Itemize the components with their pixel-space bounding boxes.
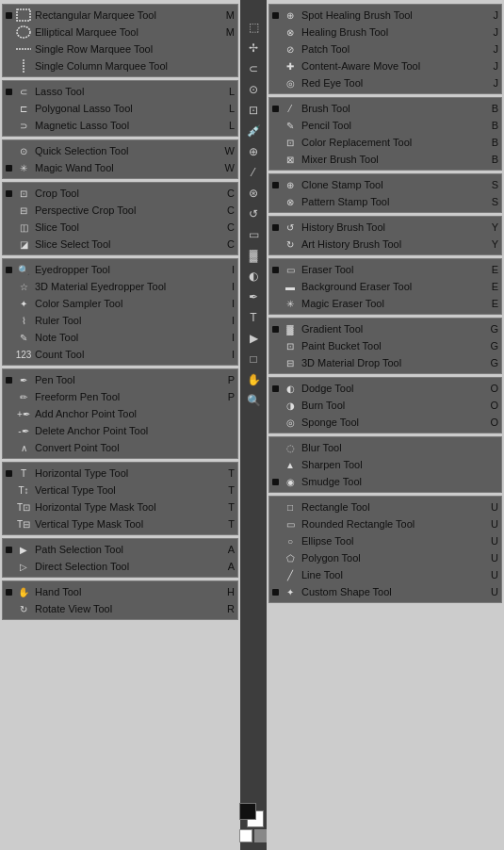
tool-item[interactable]: Rectangular Marquee ToolM <box>6 7 235 24</box>
tool-item[interactable]: ⊡Color Replacement ToolB <box>272 134 498 151</box>
tool-item[interactable]: ↻Art History Brush ToolY <box>272 236 498 253</box>
tool-icon: -✒ <box>15 423 32 438</box>
tool-label: Polygon Tool <box>301 552 484 564</box>
tool-icon: □ <box>282 499 299 515</box>
eraser-tb-icon[interactable]: ▭ <box>242 224 265 245</box>
tool-icon: ⊗ <box>282 194 299 209</box>
tool-item[interactable]: T⊡Horizontal Type Mask ToolT <box>6 499 235 515</box>
tool-shortcut: U <box>487 552 498 564</box>
tool-item[interactable]: -✒Delete Anchor Point Tool <box>6 422 235 439</box>
path-tb-icon[interactable]: ▶ <box>242 328 265 349</box>
tool-item[interactable]: 123Count ToolI <box>6 346 235 363</box>
tool-item[interactable]: ∧Convert Point Tool <box>6 439 235 456</box>
tool-item[interactable]: Single Row Marquee Tool <box>6 41 235 57</box>
tool-item[interactable]: ⊙Quick Selection ToolW <box>6 142 235 159</box>
tool-item[interactable]: Elliptical Marquee ToolM <box>6 24 235 41</box>
tool-item[interactable]: ↻Rotate View ToolR <box>6 600 235 617</box>
standard-mode-icon[interactable] <box>239 829 252 842</box>
tool-item[interactable]: THorizontal Type ToolT <box>6 465 235 482</box>
type-tb-icon[interactable]: T <box>242 307 265 328</box>
tool-item[interactable]: ▭Eraser ToolE <box>272 261 498 278</box>
tool-item[interactable]: ⊘Patch ToolJ <box>272 41 498 57</box>
tool-item[interactable]: ⊟3D Material Drop ToolG <box>272 354 498 371</box>
tool-item[interactable]: ▲Sharpen Tool <box>272 456 498 473</box>
tool-item[interactable]: ✦Custom Shape ToolU <box>272 583 498 600</box>
tool-item[interactable]: ◉Smudge Tool <box>272 473 498 490</box>
tool-item[interactable]: ⊂Lasso ToolL <box>6 83 235 100</box>
tool-item[interactable]: ◐Dodge ToolO <box>272 380 498 397</box>
tool-item[interactable]: ○Ellipse ToolU <box>272 532 498 549</box>
tool-item[interactable]: ⊕Spot Healing Brush ToolJ <box>272 7 498 24</box>
pen-tb-icon[interactable]: ✒ <box>242 286 265 307</box>
foreground-swatch[interactable] <box>239 803 256 820</box>
gradient-tb-icon[interactable]: ▓ <box>242 245 265 266</box>
tool-item[interactable]: ∕Brush ToolB <box>272 100 498 117</box>
tool-item[interactable]: 🔍Eyedropper ToolI <box>6 261 235 278</box>
tool-item[interactable]: ▬Background Eraser ToolE <box>272 278 498 295</box>
tool-item[interactable]: ▶Path Selection ToolA <box>6 541 235 558</box>
tool-group-pen: ✒Pen ToolP✏Freeform Pen ToolP+✒Add Ancho… <box>2 368 238 459</box>
dodge-tb-icon[interactable]: ◐ <box>242 266 265 286</box>
tool-shortcut: M <box>222 26 235 38</box>
brush-tb-icon[interactable]: ∕ <box>242 162 265 183</box>
tool-item[interactable]: ✚Content-Aware Move ToolJ <box>272 57 498 74</box>
healing-tb-icon[interactable]: ⊕ <box>242 141 265 162</box>
eyedropper-tb-icon[interactable]: 💉 <box>242 121 265 141</box>
tool-icon: ✳ <box>282 296 299 311</box>
tool-item[interactable]: ☆3D Material Eyedropper ToolI <box>6 278 235 295</box>
tool-item[interactable]: ⌇Ruler ToolI <box>6 312 235 329</box>
tool-item[interactable]: ⊗Healing Brush ToolJ <box>272 24 498 41</box>
tool-item[interactable]: ⊡Paint Bucket ToolG <box>272 337 498 354</box>
tool-item[interactable]: ▭Rounded Rectangle ToolU <box>272 515 498 532</box>
tool-item[interactable]: T↕Vertical Type ToolT <box>6 482 235 499</box>
quickselect-tb-icon[interactable]: ⊙ <box>242 79 265 100</box>
zoom-tb-icon[interactable]: 🔍 <box>242 390 265 411</box>
tool-item[interactable]: ⊗Pattern Stamp ToolS <box>272 193 498 210</box>
tool-item[interactable]: ✳Magic Eraser ToolE <box>272 295 498 312</box>
tool-item[interactable]: ⊠Mixer Brush ToolB <box>272 151 498 168</box>
tool-item[interactable]: Single Column Marquee Tool <box>6 57 235 74</box>
tool-shortcut: J <box>489 9 498 21</box>
tool-group-crop: ⊡Crop ToolC⊟Perspective Crop ToolC◫Slice… <box>2 182 238 255</box>
tool-item[interactable]: ◎Sponge ToolO <box>272 414 498 431</box>
tool-item[interactable]: ⊃Magnetic Lasso ToolL <box>6 117 235 134</box>
tool-item[interactable]: ⊏Polygonal Lasso ToolL <box>6 100 235 117</box>
tool-item[interactable]: ◑Burn ToolO <box>272 397 498 414</box>
tool-item[interactable]: ⊡Crop ToolC <box>6 185 235 202</box>
move-tb-icon[interactable]: ✢ <box>242 38 265 58</box>
color-swatches[interactable] <box>239 803 264 827</box>
tool-item[interactable]: ✒Pen ToolP <box>6 371 235 388</box>
tool-item[interactable]: □Rectangle ToolU <box>272 499 498 515</box>
shape-tb-icon[interactable]: □ <box>242 349 265 369</box>
tool-item[interactable]: ✦Color Sampler ToolI <box>6 295 235 312</box>
svg-rect-0 <box>17 9 30 21</box>
tool-item[interactable]: ✳Magic Wand ToolW <box>6 159 235 176</box>
tool-label: Custom Shape Tool <box>301 586 484 597</box>
tool-item[interactable]: ╱Line ToolU <box>272 566 498 583</box>
tool-item[interactable]: ✋Hand ToolH <box>6 583 235 600</box>
hand-tb-icon[interactable]: ✋ <box>242 369 265 390</box>
tool-item[interactable]: ⬠Polygon ToolU <box>272 549 498 566</box>
marquee-tb-icon[interactable]: ⬚ <box>242 17 265 38</box>
tool-item[interactable]: +✒Add Anchor Point Tool <box>6 405 235 422</box>
historybrush-tb-icon[interactable]: ↺ <box>242 204 265 224</box>
tool-item[interactable]: ✏Freeform Pen ToolP <box>6 388 235 405</box>
tool-item[interactable]: ✎Note ToolI <box>6 329 235 346</box>
tool-item[interactable]: ▷Direct Selection ToolA <box>6 558 235 575</box>
tool-item[interactable]: ▓Gradient ToolG <box>272 320 498 337</box>
tool-item[interactable]: ⊟Perspective Crop ToolC <box>6 202 235 219</box>
right-tool-panel: ⊕Spot Healing Brush ToolJ⊗Healing Brush … <box>267 0 504 850</box>
stamp-tb-icon[interactable]: ⊛ <box>242 183 265 204</box>
crop-tb-icon[interactable]: ⊡ <box>242 100 265 121</box>
tool-item[interactable]: ⊕Clone Stamp ToolS <box>272 176 498 193</box>
tool-shortcut: O <box>486 383 498 394</box>
tool-item[interactable]: ◫Slice ToolC <box>6 219 235 236</box>
tool-item[interactable]: ◎Red Eye ToolJ <box>272 74 498 91</box>
tool-item[interactable]: ↺History Brush ToolY <box>272 219 498 236</box>
tool-item[interactable]: ◪Slice Select ToolC <box>6 236 235 253</box>
tool-item[interactable]: T⊟Vertical Type Mask ToolT <box>6 515 235 532</box>
lasso-tb-icon[interactable]: ⊂ <box>242 58 265 79</box>
tool-item[interactable]: ◌Blur Tool <box>272 439 498 456</box>
tool-item[interactable]: ✎Pencil ToolB <box>272 117 498 134</box>
quick-mask-icon[interactable] <box>254 829 268 842</box>
